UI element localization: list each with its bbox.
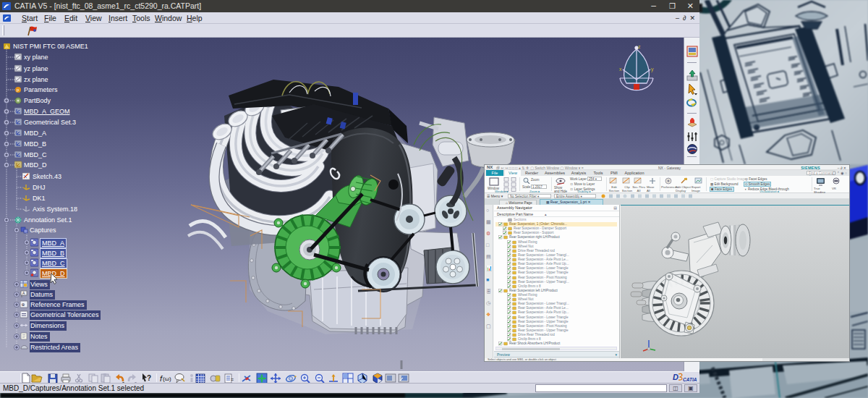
svg-text:=: = [231,377,234,382]
svg-text:?: ? [147,374,151,382]
svg-text:(ω): (ω) [163,376,171,382]
svg-text:CATIA: CATIA [683,377,697,382]
svg-text:y: y [651,67,654,72]
svg-text:x: x [619,67,622,72]
svg-text:⊕: ⊕ [22,302,25,307]
svg-text:D: D [673,373,678,381]
svg-text:z: z [638,44,641,49]
